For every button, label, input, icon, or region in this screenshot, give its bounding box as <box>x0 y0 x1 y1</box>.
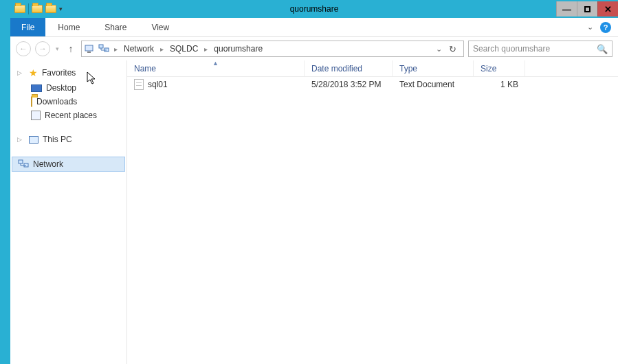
crumb-sep-icon[interactable]: ▸ <box>112 45 120 53</box>
file-date: 5/28/2018 3:52 PM <box>305 80 393 89</box>
sidebar-favorites-label: Favorites <box>42 68 76 78</box>
tab-view[interactable]: View <box>139 18 181 36</box>
history-dropdown-icon[interactable]: ▾ <box>54 45 60 52</box>
file-size: 1 KB <box>474 80 525 89</box>
explorer-window: ▾ quorumshare — ✕ File Home Share View ⌄… <box>10 0 618 364</box>
tab-share[interactable]: Share <box>92 18 139 36</box>
search-icon: 🔍 <box>597 44 608 54</box>
crumb-network[interactable]: Network <box>122 44 155 54</box>
svg-rect-0 <box>85 45 93 51</box>
sidebar-favorites[interactable]: ▷ ★ Favorites <box>10 65 126 81</box>
ribbon: File Home Share View ⌄ ? <box>10 18 618 37</box>
qat-properties-icon[interactable] <box>32 5 43 13</box>
up-button[interactable]: ↑ <box>65 43 77 55</box>
qat-newfolder-icon[interactable] <box>45 5 56 13</box>
sidebar-item-label: Network <box>33 159 63 169</box>
sort-ascending-icon: ▲ <box>212 60 219 67</box>
column-header-date[interactable]: Date modified <box>305 60 393 76</box>
tab-home[interactable]: Home <box>45 18 92 36</box>
address-bar[interactable]: ▸ Network ▸ SQLDC ▸ quorumshare ⌄ ↻ <box>81 41 464 57</box>
close-button[interactable]: ✕ <box>597 1 618 16</box>
file-type: Text Document <box>393 80 474 89</box>
svg-rect-1 <box>87 52 91 53</box>
body: ▷ ★ Favorites Desktop Downloads Recent p… <box>10 60 618 364</box>
crumb-sqldc[interactable]: SQLDC <box>168 44 199 54</box>
window-title: quorumshare <box>10 4 618 14</box>
crumb-quorumshare[interactable]: quorumshare <box>212 44 264 54</box>
desktop-icon <box>31 84 42 92</box>
text-file-icon <box>134 79 144 90</box>
tree-collapse-icon[interactable]: ▷ <box>17 69 22 76</box>
sidebar-network[interactable]: Network <box>12 157 125 172</box>
quick-access-toolbar: ▾ <box>10 3 63 14</box>
search-input[interactable]: Search quorumshare 🔍 <box>468 41 613 57</box>
svg-rect-2 <box>99 45 103 48</box>
crumb-sep-icon[interactable]: ▸ <box>202 45 210 53</box>
sidebar-item-downloads[interactable]: Downloads <box>10 95 126 109</box>
minimize-button[interactable]: — <box>556 1 577 16</box>
address-history-icon[interactable]: ⌄ <box>436 45 442 54</box>
column-header-size[interactable]: Size <box>474 60 525 76</box>
crumb-sep-icon[interactable]: ▸ <box>158 45 166 53</box>
address-this-pc-icon <box>85 44 96 54</box>
maximize-button[interactable] <box>577 1 597 16</box>
ribbon-expand-icon[interactable]: ⌄ <box>587 23 593 32</box>
column-headers: Name ▲ Date modified Type Size <box>127 60 618 77</box>
app-folder-icon <box>14 5 25 13</box>
sidebar-this-pc[interactable]: ▷ This PC <box>10 132 126 147</box>
file-list: Name ▲ Date modified Type Size sql01 <box>127 60 618 364</box>
title-bar: ▾ quorumshare — ✕ <box>10 0 618 18</box>
recent-places-icon <box>31 111 41 120</box>
tree-collapse-icon[interactable]: ▷ <box>17 136 22 143</box>
help-icon[interactable]: ? <box>600 22 611 33</box>
svg-rect-6 <box>19 160 23 163</box>
qat-separator <box>28 3 29 14</box>
sidebar-item-recent[interactable]: Recent places <box>10 109 126 122</box>
column-header-name[interactable]: Name ▲ <box>127 60 305 76</box>
address-network-icon <box>98 44 109 54</box>
refresh-icon[interactable]: ↻ <box>449 44 456 54</box>
file-tab[interactable]: File <box>10 18 45 36</box>
downloads-icon <box>31 97 32 106</box>
file-name: sql01 <box>148 80 168 89</box>
this-pc-icon <box>29 136 38 144</box>
qat-customize-icon[interactable]: ▾ <box>59 5 63 12</box>
network-icon <box>18 159 29 169</box>
star-icon: ★ <box>29 67 38 78</box>
back-button[interactable]: ← <box>16 41 31 56</box>
column-header-type[interactable]: Type <box>393 60 474 76</box>
sidebar-item-label: This PC <box>43 135 72 144</box>
sidebar-item-label: Desktop <box>46 83 76 93</box>
sidebar-item-label: Downloads <box>36 97 77 106</box>
sidebar-item-desktop[interactable]: Desktop <box>10 81 126 95</box>
sidebar: ▷ ★ Favorites Desktop Downloads Recent p… <box>10 60 127 364</box>
sidebar-item-label: Recent places <box>45 111 97 120</box>
window-buttons: — ✕ <box>556 1 618 16</box>
nav-row: ← → ▾ ↑ ▸ Network ▸ SQLDC ▸ quorumshare <box>10 37 618 60</box>
search-placeholder: Search quorumshare <box>473 44 550 54</box>
forward-button[interactable]: → <box>35 41 50 56</box>
file-row[interactable]: sql01 5/28/2018 3:52 PM Text Document 1 … <box>127 77 618 92</box>
